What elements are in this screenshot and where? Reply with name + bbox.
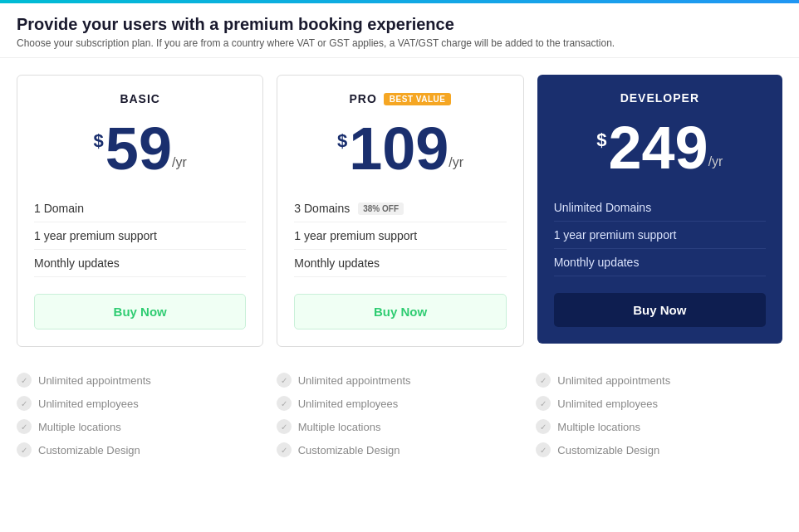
plan-card-developer: DEVELOPER $ 249 /yr Unlimited Domains 1 … bbox=[537, 75, 782, 344]
discount-badge: 38% OFF bbox=[358, 203, 404, 215]
footer-feature-2-1: ✓ Unlimited employees bbox=[536, 392, 782, 415]
features-developer: Unlimited Domains 1 year premium support… bbox=[554, 194, 766, 276]
plans-container: BASIC $ 59 /yr 1 Domain 1 year premium s… bbox=[0, 58, 799, 355]
footer-col-2: ✓ Unlimited appointments ✓ Unlimited emp… bbox=[536, 368, 782, 461]
price-period-basic: /yr bbox=[172, 155, 187, 170]
check-icon: ✓ bbox=[17, 419, 32, 434]
plan-card-pro: PRO BEST VALUE $ 109 /yr 3 Domains 38% O… bbox=[277, 75, 523, 347]
footer-feature-1-2: ✓ Multiple locations bbox=[277, 415, 523, 438]
feature-pro-0: 3 Domains 38% OFF bbox=[294, 195, 506, 222]
check-icon: ✓ bbox=[17, 442, 32, 457]
check-icon: ✓ bbox=[277, 419, 292, 434]
feature-developer-1: 1 year premium support bbox=[554, 222, 766, 249]
buy-button-pro[interactable]: Buy Now bbox=[294, 294, 506, 329]
feature-basic-1: 1 year premium support bbox=[34, 222, 246, 250]
features-pro: 3 Domains 38% OFF 1 year premium support… bbox=[294, 195, 506, 277]
footer-col-0: ✓ Unlimited appointments ✓ Unlimited emp… bbox=[17, 368, 263, 461]
check-icon: ✓ bbox=[536, 442, 551, 457]
check-icon: ✓ bbox=[536, 373, 551, 388]
feature-developer-2: Monthly updates bbox=[554, 249, 766, 276]
footer-feature-1-0: ✓ Unlimited appointments bbox=[277, 368, 523, 392]
check-icon: ✓ bbox=[277, 373, 292, 388]
page-subtitle: Choose your subscription plan. If you ar… bbox=[17, 37, 782, 49]
page-title: Provide your users with a premium bookin… bbox=[17, 15, 782, 34]
check-icon: ✓ bbox=[277, 396, 292, 411]
price-period-pro: /yr bbox=[449, 155, 463, 170]
feature-developer-0: Unlimited Domains bbox=[554, 194, 766, 222]
footer-feature-2-0: ✓ Unlimited appointments bbox=[536, 368, 782, 392]
check-icon: ✓ bbox=[536, 396, 551, 411]
footer-feature-0-2: ✓ Multiple locations bbox=[17, 415, 263, 438]
footer-feature-2-2: ✓ Multiple locations bbox=[536, 415, 782, 438]
footer-feature-1-3: ✓ Customizable Design bbox=[277, 438, 523, 461]
price-dollar-developer: $ bbox=[596, 129, 606, 151]
check-icon: ✓ bbox=[536, 419, 551, 434]
price-period-developer: /yr bbox=[708, 154, 723, 169]
footer-feature-0-1: ✓ Unlimited employees bbox=[17, 392, 263, 415]
features-footer: ✓ Unlimited appointments ✓ Unlimited emp… bbox=[0, 355, 799, 478]
feature-pro-1: 1 year premium support bbox=[294, 222, 506, 250]
footer-feature-2-3: ✓ Customizable Design bbox=[536, 438, 782, 461]
price-developer: $ 249 /yr bbox=[554, 118, 766, 178]
page-header: Provide your users with a premium bookin… bbox=[0, 3, 799, 58]
price-basic: $ 59 /yr bbox=[34, 119, 246, 178]
buy-button-developer[interactable]: Buy Now bbox=[554, 293, 766, 327]
footer-feature-0-3: ✓ Customizable Design bbox=[17, 438, 263, 461]
plan-title-pro: PRO BEST VALUE bbox=[294, 92, 506, 105]
plan-card-basic: BASIC $ 59 /yr 1 Domain 1 year premium s… bbox=[17, 75, 263, 347]
price-dollar-pro: $ bbox=[337, 130, 347, 152]
footer-feature-1-1: ✓ Unlimited employees bbox=[277, 392, 523, 415]
footer-feature-0-0: ✓ Unlimited appointments bbox=[17, 368, 263, 392]
check-icon: ✓ bbox=[17, 373, 32, 388]
plan-title-developer: DEVELOPER bbox=[554, 91, 766, 105]
buy-button-basic[interactable]: Buy Now bbox=[34, 294, 246, 329]
price-amount-pro: 109 bbox=[349, 119, 449, 178]
price-amount-developer: 249 bbox=[608, 118, 708, 178]
feature-pro-2: Monthly updates bbox=[294, 250, 506, 277]
features-basic: 1 Domain 1 year premium support Monthly … bbox=[34, 195, 246, 277]
plan-title-basic: BASIC bbox=[34, 92, 246, 105]
price-pro: $ 109 /yr bbox=[294, 119, 506, 178]
feature-basic-0: 1 Domain bbox=[34, 195, 246, 222]
price-dollar-basic: $ bbox=[94, 130, 104, 152]
check-icon: ✓ bbox=[17, 396, 32, 411]
feature-basic-2: Monthly updates bbox=[34, 250, 246, 277]
footer-col-1: ✓ Unlimited appointments ✓ Unlimited emp… bbox=[277, 368, 523, 461]
check-icon: ✓ bbox=[277, 442, 292, 457]
best-value-badge: BEST VALUE bbox=[384, 93, 452, 105]
price-amount-basic: 59 bbox=[105, 119, 172, 178]
